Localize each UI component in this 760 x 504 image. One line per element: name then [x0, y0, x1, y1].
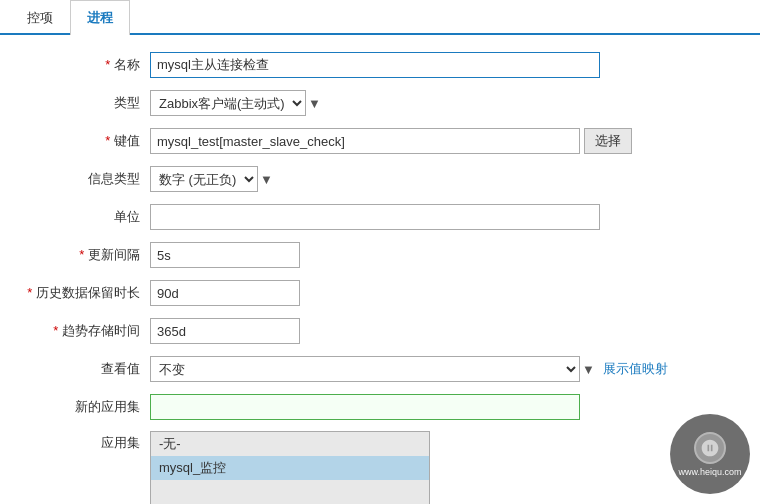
label-unit: 单位	[20, 208, 150, 226]
row-show-val: 查看值 不变 ▼ 展示值映射	[20, 355, 740, 383]
label-trend: * 趋势存储时间	[20, 322, 150, 340]
input-unit[interactable]	[150, 204, 600, 230]
btn-choose-key[interactable]: 选择	[584, 128, 632, 154]
input-history[interactable]	[150, 280, 300, 306]
link-mapping[interactable]: 展示值映射	[603, 360, 668, 378]
row-trend: * 趋势存储时间	[20, 317, 740, 345]
label-new-app: 新的应用集	[20, 398, 150, 416]
tab-jincheng[interactable]: 进程	[70, 0, 130, 35]
required-star-name: *	[105, 57, 110, 72]
row-type: 类型 Zabbix客户端(主动式) ▼	[20, 89, 740, 117]
dropdown-arrow-show-val: ▼	[582, 362, 595, 377]
dropdown-arrow-type: ▼	[308, 96, 321, 111]
input-name[interactable]	[150, 52, 600, 78]
row-key: * 键值 选择	[20, 127, 740, 155]
label-name: * 名称	[20, 56, 150, 74]
label-key: * 键值	[20, 132, 150, 150]
watermark-url: www.heiqu.com	[678, 467, 741, 477]
watermark: www.heiqu.com	[670, 414, 750, 494]
input-key[interactable]	[150, 128, 580, 154]
required-star-key: *	[105, 133, 110, 148]
row-update: * 更新间隔	[20, 241, 740, 269]
label-app: 应用集	[20, 431, 150, 452]
row-info-type: 信息类型 数字 (无正负) ▼	[20, 165, 740, 193]
app-list-item-mysql[interactable]: mysql_监控	[151, 456, 429, 480]
tab-kongxiang[interactable]: 控项	[10, 0, 70, 35]
app-list: -无- mysql_监控	[150, 431, 430, 504]
row-new-app: 新的应用集	[20, 393, 740, 421]
select-info-type[interactable]: 数字 (无正负)	[150, 166, 258, 192]
input-trend[interactable]	[150, 318, 300, 344]
label-type: 类型	[20, 94, 150, 112]
app-list-item-none[interactable]: -无-	[151, 432, 429, 456]
row-unit: 单位	[20, 203, 740, 231]
row-app: 应用集 -无- mysql_监控	[20, 431, 740, 504]
required-star-trend: *	[53, 323, 58, 338]
row-name: * 名称	[20, 51, 740, 79]
select-show-val[interactable]: 不变	[150, 356, 580, 382]
watermark-icon	[694, 432, 726, 464]
tab-bar: 控项 进程	[0, 0, 760, 35]
label-update: * 更新间隔	[20, 246, 150, 264]
form-content: * 名称 类型 Zabbix客户端(主动式) ▼ * 键值 选择 信息类型 数字…	[0, 35, 760, 504]
row-history: * 历史数据保留时长	[20, 279, 740, 307]
required-star-history: *	[27, 285, 32, 300]
label-show-val: 查看值	[20, 360, 150, 378]
required-star-update: *	[79, 247, 84, 262]
input-update[interactable]	[150, 242, 300, 268]
label-info-type: 信息类型	[20, 170, 150, 188]
label-history: * 历史数据保留时长	[20, 284, 150, 302]
dropdown-arrow-info-type: ▼	[260, 172, 273, 187]
input-new-app[interactable]	[150, 394, 580, 420]
watermark-svg	[700, 438, 720, 458]
select-type[interactable]: Zabbix客户端(主动式)	[150, 90, 306, 116]
